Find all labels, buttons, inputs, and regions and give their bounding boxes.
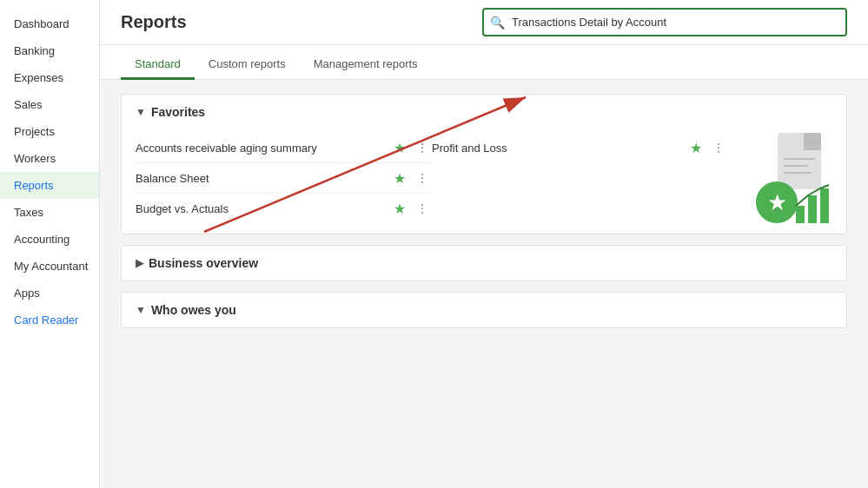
sidebar-item-workers[interactable]: Workers xyxy=(0,145,99,172)
sidebar-item-expenses[interactable]: Expenses xyxy=(0,64,99,91)
report-budget-actuals-menu[interactable]: ⋮ xyxy=(413,200,432,217)
report-ar-aging-menu[interactable]: ⋮ xyxy=(413,139,432,156)
svg-rect-9 xyxy=(808,195,817,223)
who-owes-you-header[interactable]: ▼ Who owes you xyxy=(122,293,846,327)
svg-rect-8 xyxy=(796,206,805,223)
favorites-left-col: Accounts receivable aging summary ★ ⋮ Ba… xyxy=(136,133,432,223)
search-icon: 🔍 xyxy=(490,16,505,30)
report-budget-actuals-star[interactable]: ★ xyxy=(394,201,406,217)
sidebar-item-sales[interactable]: Sales xyxy=(0,91,99,118)
favorites-illustration: ★ xyxy=(728,133,832,223)
favorites-section: ▼ Favorites Accounts receivable aging su… xyxy=(121,94,847,234)
business-overview-label: Business overview xyxy=(149,256,258,270)
tab-custom-reports[interactable]: Custom reports xyxy=(195,50,300,80)
favorites-body: Accounts receivable aging summary ★ ⋮ Ba… xyxy=(122,129,846,234)
report-balance-sheet-name: Balance Sheet xyxy=(136,172,394,185)
report-ar-aging-name: Accounts receivable aging summary xyxy=(136,142,394,155)
report-item-budget-actuals: Budget vs. Actuals ★ ⋮ xyxy=(136,194,432,223)
report-budget-actuals-name: Budget vs. Actuals xyxy=(136,202,394,215)
report-item-profit-loss: Profit and Loss ★ ⋮ xyxy=(432,133,728,162)
report-profit-loss-star[interactable]: ★ xyxy=(690,140,702,156)
who-owes-you-section: ▼ Who owes you xyxy=(121,292,847,328)
sidebar-item-reports[interactable]: Reports xyxy=(0,172,99,199)
sidebar-item-banking[interactable]: Banking xyxy=(0,37,99,64)
who-owes-you-chevron: ▼ xyxy=(136,304,146,316)
search-input[interactable] xyxy=(482,8,847,36)
who-owes-you-label: Who owes you xyxy=(151,303,236,317)
tab-standard[interactable]: Standard xyxy=(121,50,195,80)
favorites-chevron: ▼ xyxy=(136,106,146,118)
report-item-balance-sheet: Balance Sheet ★ ⋮ xyxy=(136,163,432,194)
business-overview-header[interactable]: ▶ Business overview xyxy=(122,246,846,280)
bar-chart-icon xyxy=(794,181,832,223)
green-star-circle: ★ xyxy=(756,181,798,223)
report-item-ar-aging: Accounts receivable aging summary ★ ⋮ xyxy=(136,133,432,163)
svg-rect-10 xyxy=(820,188,829,223)
sidebar-item-accounting[interactable]: Accounting xyxy=(0,226,99,253)
sidebar-item-card-reader[interactable]: Card Reader xyxy=(0,307,99,333)
report-balance-sheet-star[interactable]: ★ xyxy=(394,170,406,187)
sidebar-item-my-accountant[interactable]: My Accountant xyxy=(0,253,99,280)
star-in-circle: ★ xyxy=(767,189,787,216)
business-overview-section: ▶ Business overview xyxy=(121,245,847,281)
top-bar: Reports 🔍 xyxy=(100,0,868,45)
sidebar-item-taxes[interactable]: Taxes xyxy=(0,199,99,226)
sidebar-item-apps[interactable]: Apps xyxy=(0,280,99,307)
favorites-header[interactable]: ▼ Favorites xyxy=(122,95,846,129)
sidebar-item-dashboard[interactable]: Dashboard xyxy=(0,10,99,37)
sidebar: Dashboard Banking Expenses Sales Project… xyxy=(0,0,100,488)
report-profit-loss-name: Profit and Loss xyxy=(432,142,690,155)
tab-management-reports[interactable]: Management reports xyxy=(300,50,432,80)
report-balance-sheet-menu[interactable]: ⋮ xyxy=(413,169,432,187)
report-profit-loss-menu[interactable]: ⋮ xyxy=(709,139,728,156)
search-container: 🔍 xyxy=(482,8,847,36)
main-content: Reports 🔍 Standard Custom reports Manage… xyxy=(100,0,868,488)
tabs-bar: Standard Custom reports Management repor… xyxy=(100,45,868,80)
favorites-right-col: Profit and Loss ★ ⋮ xyxy=(432,133,728,223)
content-area: ▼ Favorites Accounts receivable aging su… xyxy=(100,80,868,488)
favorites-label: Favorites xyxy=(151,105,205,119)
sidebar-item-projects[interactable]: Projects xyxy=(0,118,99,145)
svg-rect-4 xyxy=(804,133,821,150)
business-overview-chevron: ▶ xyxy=(136,257,143,269)
page-title: Reports xyxy=(121,12,187,32)
report-ar-aging-star[interactable]: ★ xyxy=(394,140,406,156)
